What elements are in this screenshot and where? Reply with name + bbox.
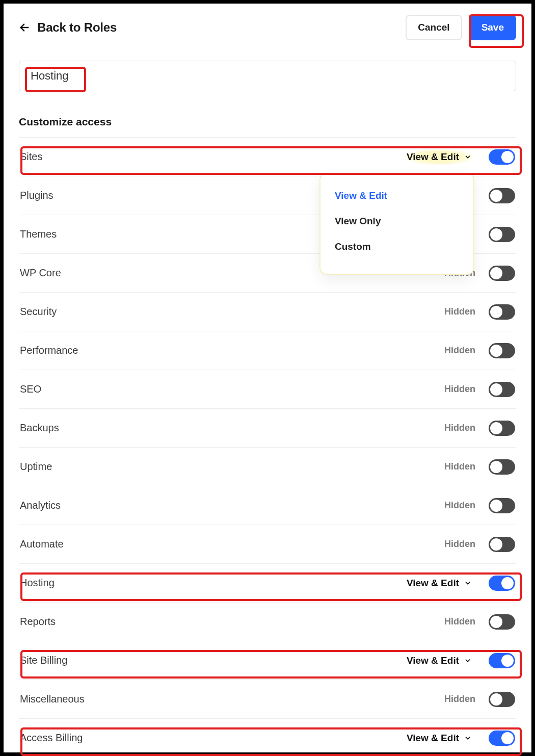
access-level-select-access-billing[interactable]: View & Edit xyxy=(403,729,475,747)
toggle-security[interactable] xyxy=(489,304,515,320)
access-row-access-billing: Access BillingView & Edit xyxy=(19,719,516,756)
access-row-controls: Hidden xyxy=(444,421,515,436)
toggle-sites[interactable] xyxy=(489,149,515,165)
status-hidden-label: Hidden xyxy=(444,461,475,472)
access-row-label: Security xyxy=(20,306,57,318)
access-row-uptime: UptimeHidden xyxy=(19,448,516,486)
toggle-performance[interactable] xyxy=(489,343,515,358)
access-level-select-sites[interactable]: View & Edit xyxy=(403,148,475,166)
cancel-button[interactable]: Cancel xyxy=(406,15,462,40)
chevron-down-icon xyxy=(464,735,471,742)
toggle-knob xyxy=(490,616,502,628)
access-row-performance: PerformanceHidden xyxy=(19,331,516,370)
access-row-controls: Hidden xyxy=(444,537,515,552)
chevron-down-icon xyxy=(464,153,471,161)
toggle-knob xyxy=(490,228,502,241)
arrow-left-icon xyxy=(19,22,30,33)
access-row-reports: ReportsHidden xyxy=(19,603,516,641)
role-name-input[interactable] xyxy=(26,66,139,86)
access-row-controls xyxy=(489,188,515,203)
access-level-menu-item[interactable]: Custom xyxy=(320,234,473,259)
role-name-field-wrap xyxy=(19,61,516,91)
access-row-controls: Hidden xyxy=(444,614,515,630)
access-row-backups: BackupsHidden xyxy=(19,409,516,448)
back-label: Back to Roles xyxy=(37,20,117,35)
toggle-knob xyxy=(490,422,502,434)
access-level-menu-item[interactable]: View & Edit xyxy=(320,183,473,208)
toggle-seo[interactable] xyxy=(489,382,515,397)
toggle-knob xyxy=(501,655,514,667)
status-hidden-label: Hidden xyxy=(444,306,475,317)
access-level-select-hosting[interactable]: View & Edit xyxy=(403,575,475,592)
toggle-knob xyxy=(490,345,502,357)
toggle-themes[interactable] xyxy=(489,227,515,242)
back-to-roles-button[interactable]: Back to Roles xyxy=(19,20,117,35)
status-hidden-label: Hidden xyxy=(444,694,475,705)
toggle-knob xyxy=(490,267,502,279)
access-level-select-site-billing[interactable]: View & Edit xyxy=(403,652,475,669)
access-row-label: Automate xyxy=(20,538,64,550)
status-hidden-label: Hidden xyxy=(444,539,475,550)
access-row-controls: Hidden xyxy=(444,382,515,397)
access-row-label: Backups xyxy=(20,422,59,434)
toggle-plugins[interactable] xyxy=(489,188,515,203)
access-row-analytics: AnalyticsHidden xyxy=(19,486,516,525)
access-row-controls: Hidden xyxy=(444,459,515,475)
access-row-sites: SitesView & EditView & EditView OnlyCust… xyxy=(19,138,516,176)
status-hidden-label: Hidden xyxy=(444,616,475,627)
toggle-reports[interactable] xyxy=(489,614,515,630)
status-hidden-label: Hidden xyxy=(444,345,475,356)
access-rows: SitesView & EditView & EditView OnlyCust… xyxy=(19,137,516,756)
toggle-site-billing[interactable] xyxy=(489,653,515,668)
access-row-controls: View & EditView & EditView OnlyCustom xyxy=(403,148,515,166)
access-row-security: SecurityHidden xyxy=(19,293,516,331)
toggle-analytics[interactable] xyxy=(489,498,515,513)
access-row-controls: Hidden xyxy=(444,498,515,513)
chevron-down-icon xyxy=(464,657,471,664)
toggle-automate[interactable] xyxy=(489,537,515,552)
access-row-site-billing: Site BillingView & Edit xyxy=(19,641,516,680)
access-row-label: Sites xyxy=(20,151,42,163)
toggle-knob xyxy=(490,500,502,512)
access-level-label: View & Edit xyxy=(407,151,459,163)
access-row-controls: View & Edit xyxy=(403,575,515,592)
toggle-backups[interactable] xyxy=(489,421,515,436)
toggle-miscellaneous[interactable] xyxy=(489,692,515,707)
toggle-wp-core[interactable] xyxy=(489,266,515,281)
save-button[interactable]: Save xyxy=(469,15,516,40)
toggle-knob xyxy=(490,461,502,473)
access-row-label: Uptime xyxy=(20,461,52,473)
toggle-uptime[interactable] xyxy=(489,459,515,475)
access-row-controls: Hidden xyxy=(444,343,515,358)
access-row-hosting: HostingView & Edit xyxy=(19,564,516,603)
header-actions: Cancel Save xyxy=(406,15,516,40)
toggle-knob xyxy=(501,577,514,589)
access-row-label: Plugins xyxy=(20,190,54,201)
access-row-label: Themes xyxy=(20,228,57,240)
toggle-knob xyxy=(490,538,502,551)
access-row-label: WP Core xyxy=(20,267,61,279)
toggle-access-billing[interactable] xyxy=(489,731,515,746)
access-row-automate: AutomateHidden xyxy=(19,525,516,564)
chevron-down-icon xyxy=(464,580,471,587)
toggle-knob xyxy=(501,151,514,163)
access-row-label: Hosting xyxy=(20,577,55,589)
access-row-label: SEO xyxy=(20,383,41,395)
access-row-label: Site Billing xyxy=(20,655,67,666)
access-row-label: Performance xyxy=(20,345,78,356)
toggle-knob xyxy=(490,306,502,318)
access-row-seo: SEOHidden xyxy=(19,370,516,409)
access-row-miscellaneous: MiscellaneousHidden xyxy=(19,680,516,719)
toggle-knob xyxy=(501,732,514,744)
access-level-menu-item[interactable]: View Only xyxy=(320,208,473,234)
access-row-controls: Hidden xyxy=(444,304,515,320)
access-row-controls xyxy=(489,227,515,242)
section-title: Customize access xyxy=(19,116,516,128)
access-level-label: View & Edit xyxy=(407,733,459,744)
access-row-controls: View & Edit xyxy=(403,729,515,747)
access-row-label: Access Billing xyxy=(20,732,83,744)
access-level-label: View & Edit xyxy=(407,655,459,666)
access-row-controls: Hidden xyxy=(444,692,515,707)
toggle-hosting[interactable] xyxy=(489,576,515,591)
access-row-label: Analytics xyxy=(20,500,61,511)
